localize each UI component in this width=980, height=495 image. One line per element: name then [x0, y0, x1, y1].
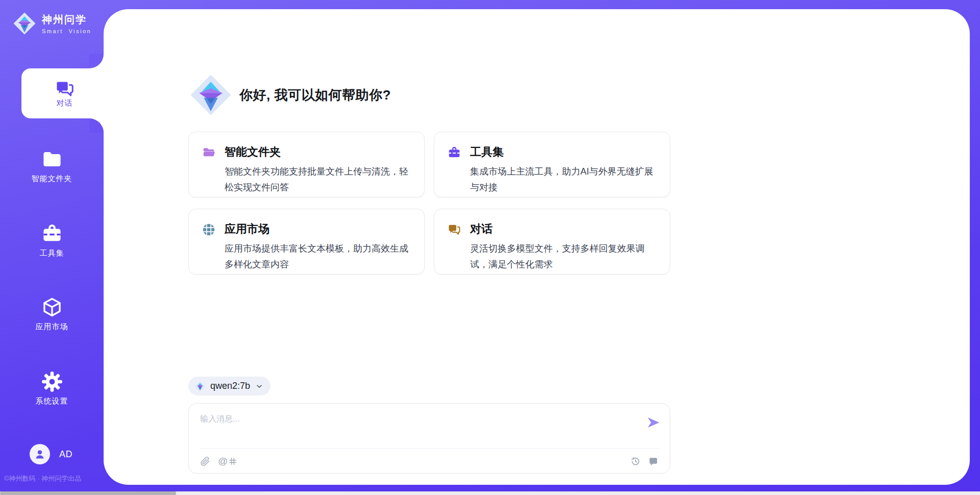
model-name: qwen2:7b: [210, 381, 250, 391]
sidebar-item-settings[interactable]: 系统设置: [0, 371, 104, 406]
card-desc: 灵活切换多模型文件，支持多样回复效果调试，满足个性化需求: [470, 241, 662, 273]
briefcase-icon: [41, 223, 63, 244]
user-icon: [34, 448, 46, 460]
card-smart-folder[interactable]: 智能文件夹 智能文件夹功能支持批量文件上传与清洗，轻松实现文件问答: [188, 132, 425, 197]
sidebar-item-label: 应用市场: [36, 322, 68, 332]
diamond-logo-icon: [188, 72, 233, 117]
sidebar-item-label: 智能文件夹: [32, 174, 72, 184]
feature-cards: 智能文件夹 智能文件夹功能支持批量文件上传与清洗，轻松实现文件问答 工具集 集成…: [188, 132, 670, 275]
grid-sphere-icon: [202, 223, 215, 236]
message-input[interactable]: [189, 404, 670, 448]
sidebar-item-label: 工具集: [40, 249, 64, 258]
user-name: AD: [59, 449, 72, 460]
comment-icon[interactable]: [648, 456, 658, 466]
scrollbar-thumb[interactable]: [0, 491, 176, 495]
card-desc: 集成市场上主流工具，助力AI与外界无缝扩展与对接: [470, 164, 662, 195]
tab-fillet-bottom: [89, 118, 104, 133]
sidebar-item-app-market[interactable]: 应用市场: [0, 296, 104, 332]
brand-title: 神州问学: [42, 13, 91, 27]
sidebar-item-label: 系统设置: [36, 397, 68, 406]
horizontal-scrollbar: [0, 491, 980, 495]
at-icon[interactable]: @: [218, 456, 228, 466]
card-title: 智能文件夹: [225, 144, 416, 160]
diamond-logo-icon: [12, 11, 37, 36]
card-title: 工具集: [470, 144, 662, 160]
sidebar-item-chat[interactable]: 对话: [21, 68, 108, 118]
card-app-market[interactable]: 应用市场 应用市场提供丰富长文本模板，助力高效生成多样化文章内容: [188, 209, 425, 275]
send-icon[interactable]: [646, 415, 660, 430]
brand-subtitle: Smart Vision: [42, 28, 91, 34]
briefcase-icon: [448, 146, 461, 159]
cube-icon: [41, 296, 63, 318]
card-title: 对话: [470, 221, 662, 237]
hash-icon[interactable]: [228, 456, 238, 466]
gear-icon: [41, 371, 63, 392]
card-title: 应用市场: [225, 221, 416, 237]
message-input-box: @: [188, 403, 670, 474]
chat-icon: [55, 79, 75, 98]
greeting-text: 你好, 我可以如何帮助你?: [239, 86, 391, 104]
card-chat[interactable]: 对话 灵活切换多模型文件，支持多样回复效果调试，满足个性化需求: [434, 209, 670, 275]
brand: 神州问学 Smart Vision: [12, 11, 91, 36]
history-icon[interactable]: [630, 456, 641, 466]
sidebar-item-label: 对话: [57, 98, 73, 108]
chat-icon: [448, 223, 461, 236]
chevron-down-icon: [255, 382, 263, 390]
model-selector[interactable]: qwen2:7b: [188, 377, 271, 395]
diamond-logo-icon: [194, 381, 206, 392]
card-toolset[interactable]: 工具集 集成市场上主流工具，助力AI与外界无缝扩展与对接: [434, 132, 670, 197]
copyright-footer: ©神州数码 · 神州问学出品: [4, 474, 81, 483]
folder-icon: [41, 148, 63, 170]
folder-open-icon: [202, 146, 215, 159]
card-desc: 智能文件夹功能支持批量文件上传与清洗，轻松实现文件问答: [225, 164, 416, 195]
main-content: 你好, 我可以如何帮助你? 智能文件夹 智能文件夹功能支持批量文件上传与清洗，轻…: [188, 0, 670, 495]
avatar: [30, 444, 50, 464]
greeting: 你好, 我可以如何帮助你?: [188, 72, 391, 117]
composer: qwen2:7b @: [188, 377, 670, 474]
sidebar-item-toolset[interactable]: 工具集: [0, 223, 104, 258]
paperclip-icon[interactable]: [200, 456, 210, 466]
tab-fillet-top: [89, 54, 104, 68]
sidebar-item-smart-folder[interactable]: 智能文件夹: [0, 148, 104, 184]
sidebar: 神州问学 Smart Vision 对话 智能文件夹 工具集 应用市场: [0, 0, 104, 495]
card-desc: 应用市场提供丰富长文本模板，助力高效生成多样化文章内容: [225, 241, 416, 273]
user-profile[interactable]: AD: [30, 444, 72, 464]
